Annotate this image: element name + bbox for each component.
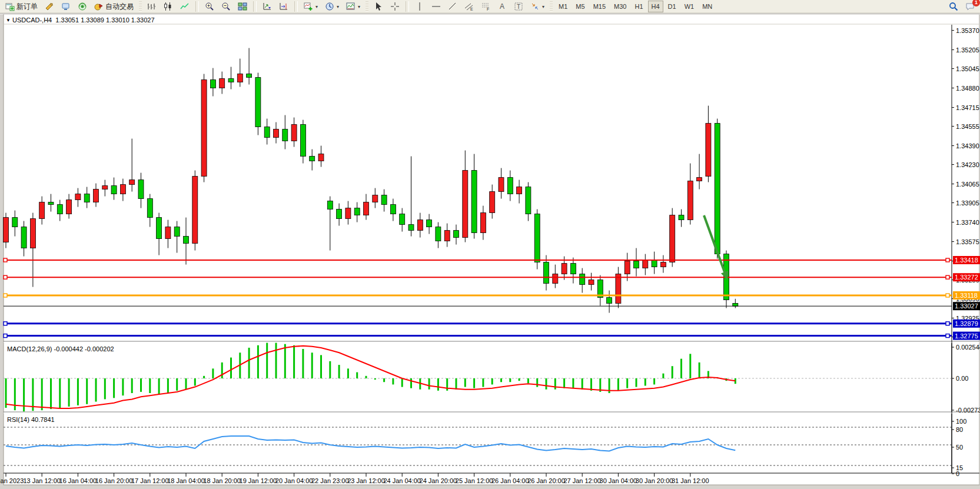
toolbar-grip	[550, 1, 553, 12]
candle-body	[247, 74, 252, 78]
search-button[interactable]	[946, 1, 961, 12]
candle-body	[165, 227, 171, 239]
line-handle[interactable]	[4, 294, 7, 297]
price-tick-label: 1.35205	[956, 46, 979, 54]
timeframe-d1[interactable]: D1	[665, 1, 680, 12]
candle-body	[120, 185, 125, 194]
timeframe-m15[interactable]: M15	[590, 1, 609, 12]
line-handle[interactable]	[946, 334, 949, 338]
price-tick-label: 1.33575	[956, 238, 979, 245]
macd-scale-label: -0.002739	[956, 407, 980, 414]
terminal-button[interactable]	[58, 1, 74, 12]
indicators-dropdown-caret[interactable]: ▾	[315, 4, 318, 9]
trendline-button[interactable]	[445, 1, 460, 12]
candle-body	[715, 124, 720, 254]
tools-button[interactable]	[42, 1, 57, 12]
signal-icon	[78, 2, 87, 11]
indicators-button[interactable]: ▾	[301, 1, 321, 12]
cursor-arrow-icon	[374, 2, 383, 11]
templates-button[interactable]: ▾	[343, 1, 363, 12]
signals-button[interactable]	[75, 1, 90, 12]
zoom-in-button[interactable]	[202, 1, 217, 12]
time-tick-label: 18 Jan 04:00	[167, 477, 205, 484]
candlestick-chart-button[interactable]	[161, 1, 176, 12]
time-tick-label: 23 Jan 12:00	[347, 477, 385, 484]
candle-body	[102, 186, 108, 189]
bar-chart-button[interactable]	[144, 1, 160, 12]
line-handle[interactable]	[946, 322, 949, 325]
timeframe-h1[interactable]: H1	[631, 1, 646, 12]
line-handle[interactable]	[946, 258, 949, 262]
line-handle[interactable]	[4, 275, 7, 279]
candlestick-chart-icon	[164, 2, 173, 11]
macd-scale-label: 0.002544	[956, 344, 980, 351]
price-tick-label: 1.34715	[956, 104, 979, 111]
candle-body	[300, 125, 305, 157]
time-tick-label: 22 Jan 23:00	[311, 477, 349, 484]
timeframe-w1[interactable]: W1	[681, 1, 698, 12]
price-tick-label: 1.34390	[956, 142, 979, 149]
equidistant-channel-button[interactable]: E	[461, 1, 477, 12]
candle-body	[84, 194, 89, 202]
horizontal-line-button[interactable]	[428, 1, 444, 12]
price-tick-label: 1.33905	[956, 199, 979, 207]
candle-body	[94, 189, 99, 202]
toolbar-separator	[406, 1, 409, 12]
text-icon: A	[497, 2, 507, 11]
chat-button[interactable]: 1	[962, 1, 978, 12]
chart-shift-button[interactable]	[276, 1, 291, 12]
time-tick-label: 27 Jan 12:00	[563, 477, 601, 484]
chart-canvas[interactable]: 1.353701.352051.350451.348801.347151.345…	[0, 14, 980, 489]
arrows-button[interactable]: ▾	[527, 1, 547, 12]
template-icon	[346, 2, 356, 11]
candle-body	[580, 274, 585, 285]
time-tick-label: 20 Jan 04:00	[275, 477, 313, 484]
arrows-dropdown-caret[interactable]: ▾	[542, 4, 544, 9]
clock-icon	[325, 2, 334, 11]
time-tick-label: 25 Jan 12:00	[456, 477, 493, 484]
time-tick-label: 26 Jan 04:00	[491, 477, 529, 484]
text-button[interactable]: A	[494, 1, 510, 12]
timeframe-h4[interactable]: H4	[648, 1, 663, 12]
line-handle[interactable]	[4, 322, 7, 325]
line-handle[interactable]	[4, 258, 7, 262]
new-order-button[interactable]: 新订单	[2, 1, 41, 12]
line-chart-button[interactable]	[177, 1, 192, 12]
candle-body	[589, 280, 594, 285]
tile-windows-button[interactable]	[235, 1, 250, 12]
periods-dropdown-caret[interactable]: ▾	[337, 4, 339, 9]
svg-text:E: E	[470, 7, 473, 11]
candle-body	[129, 180, 135, 185]
cursor-button[interactable]	[371, 1, 386, 12]
line-handle[interactable]	[946, 275, 949, 279]
line-handle[interactable]	[946, 294, 949, 297]
candle-body	[480, 213, 486, 233]
crosshair-button[interactable]	[387, 1, 403, 12]
line-handle[interactable]	[4, 334, 7, 338]
candle-body	[553, 274, 558, 284]
timeframe-m5[interactable]: M5	[572, 1, 588, 12]
vertical-line-button[interactable]	[412, 1, 427, 12]
timeframe-mn[interactable]: MN	[699, 1, 716, 12]
timeframe-m1[interactable]: M1	[555, 1, 571, 12]
zoom-out-button[interactable]	[218, 1, 234, 12]
candle-body	[490, 192, 495, 213]
rsi-scale-label: 100	[956, 418, 966, 425]
periods-button[interactable]: ▾	[322, 1, 342, 12]
templates-dropdown-caret[interactable]: ▾	[358, 4, 360, 9]
line-chart-icon	[180, 2, 190, 11]
timeframe-m30[interactable]: M30	[610, 1, 630, 12]
candle-body	[220, 79, 225, 88]
candle-body	[670, 215, 675, 262]
price-line-badge-label: 1.32775	[955, 332, 978, 340]
candle-body	[4, 218, 9, 242]
candle-body	[274, 129, 279, 138]
fibonacci-button[interactable]: F	[478, 1, 493, 12]
candle-body	[697, 178, 702, 181]
autotrade-button[interactable]: 自动交易	[91, 1, 137, 12]
text-label-button[interactable]: T	[511, 1, 526, 12]
candle-body	[48, 202, 54, 205]
auto-scroll-button[interactable]	[260, 1, 275, 12]
candle-body	[210, 80, 215, 88]
computer-icon	[61, 2, 71, 11]
